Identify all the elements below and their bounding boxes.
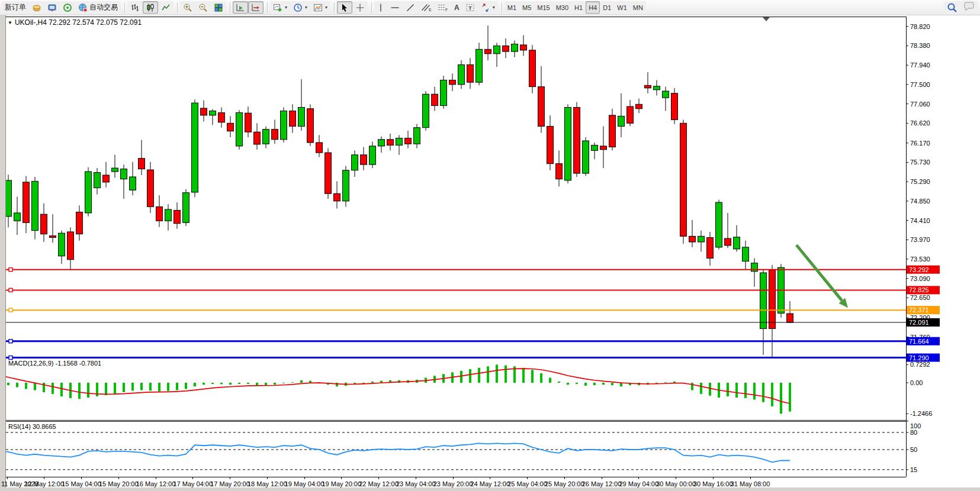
autotrading-button[interactable]: 自动交易	[75, 1, 121, 14]
cursor-icon	[340, 3, 349, 12]
main-toolbar: 新订单 自动交易	[0, 0, 980, 15]
timeframe-button-H4[interactable]: H4	[586, 1, 600, 14]
toolbar-separator	[502, 2, 503, 13]
svg-text:22 May 12:00: 22 May 12:00	[359, 480, 399, 487]
crosshair-tool-button[interactable]	[352, 1, 368, 14]
dropdown-caret-icon: ▾	[285, 5, 287, 10]
bar-chart-icon	[130, 3, 140, 12]
svg-text:19 May 04:00: 19 May 04:00	[285, 480, 324, 487]
chart-template-button[interactable]: ▾	[310, 1, 330, 14]
line-chart-button[interactable]	[158, 1, 173, 14]
timeframe-button-MN[interactable]: MN	[630, 1, 646, 14]
trendline-tool-button[interactable]	[403, 1, 418, 14]
svg-text:73.530: 73.530	[910, 256, 930, 263]
svg-text:0.00: 0.00	[910, 379, 923, 386]
fibonacci-tool-button[interactable]: F	[435, 1, 451, 14]
timeframe-button-M1[interactable]: M1	[505, 1, 519, 14]
zoom-in-button[interactable]	[180, 1, 195, 14]
timeframe-button-D1[interactable]: D1	[600, 1, 614, 14]
svg-text:76.170: 76.170	[910, 140, 930, 147]
candlestick-chart-button[interactable]	[143, 1, 158, 14]
dropdown-caret-icon: ▾	[305, 5, 307, 10]
svg-text:15 May 04:00: 15 May 04:00	[62, 480, 101, 487]
dropdown-caret-icon: ▾	[493, 5, 495, 10]
svg-text:74.850: 74.850	[910, 198, 930, 205]
tile-windows-icon	[214, 3, 223, 12]
signals-button[interactable]	[60, 1, 75, 14]
svg-text:77.500: 77.500	[910, 81, 930, 88]
svg-text:25 May 20:00: 25 May 20:00	[545, 480, 584, 487]
chart-canvas: 78.82078.38077.94077.50077.06076.62076.1…	[0, 0, 980, 491]
tile-windows-button[interactable]	[211, 1, 226, 14]
window-bottom-border	[0, 487, 980, 491]
timeframe-button-H1[interactable]: H1	[571, 1, 586, 14]
window-left-border	[0, 15, 5, 491]
text-tool-button[interactable]: A	[451, 1, 462, 14]
svg-text:72.825: 72.825	[909, 286, 929, 293]
svg-text:T: T	[468, 5, 472, 11]
toolbar-separator	[124, 2, 126, 13]
svg-text:16 May 12:00: 16 May 12:00	[136, 480, 176, 487]
svg-text:23 May 20:00: 23 May 20:00	[433, 480, 473, 487]
timeframe-button-M30[interactable]: M30	[553, 1, 571, 14]
gold-coins-button[interactable]	[29, 1, 44, 14]
zoom-out-button[interactable]	[195, 1, 211, 14]
svg-text:19 May 20:00: 19 May 20:00	[322, 480, 361, 487]
svg-text:24 May 12:00: 24 May 12:00	[470, 480, 510, 487]
svg-text:0.7292: 0.7292	[910, 361, 930, 368]
svg-text:30 May 16:00: 30 May 16:00	[693, 480, 733, 487]
auto-scroll-button[interactable]	[233, 1, 248, 14]
svg-text:E: E	[429, 8, 432, 12]
timeframe-button-M5[interactable]: M5	[519, 1, 534, 14]
svg-text:25 May 04:00: 25 May 04:00	[507, 480, 547, 487]
text-tool-label: A	[454, 4, 460, 12]
dropdown-caret-icon: ▾	[325, 5, 327, 10]
search-button[interactable]	[944, 1, 960, 14]
period-clock-icon	[293, 3, 303, 12]
svg-text:74.410: 74.410	[910, 217, 930, 224]
vertical-line-tool-button[interactable]	[374, 1, 387, 14]
timeframe-group: M1M5M15M30H1H4D1W1MN	[505, 1, 646, 14]
arrows-icon	[481, 3, 490, 12]
arrows-tool-button[interactable]: ▾	[478, 1, 498, 14]
timeframe-button-M15[interactable]: M15	[534, 1, 552, 14]
svg-text:78.820: 78.820	[910, 23, 930, 30]
svg-text:71.290: 71.290	[909, 354, 929, 361]
horizontal-line-tool-button[interactable]	[387, 1, 403, 14]
text-label-tool-button[interactable]: T	[462, 1, 478, 14]
notifications-button[interactable]	[960, 1, 978, 13]
zoom-in-icon	[183, 3, 192, 12]
equidistant-channel-icon: E	[421, 3, 432, 12]
svg-text:50: 50	[910, 446, 917, 453]
trendline-icon	[406, 3, 415, 12]
terminal-window-button[interactable]	[44, 1, 60, 14]
symbol-dropdown-caret-icon[interactable]: ▼	[8, 20, 12, 25]
cursor-tool-button[interactable]	[337, 1, 352, 14]
new-order-label: 新订单	[5, 2, 26, 12]
svg-text:72.371: 72.371	[909, 306, 929, 314]
autotrading-label: 自动交易	[89, 2, 118, 12]
svg-text:12 May 12:00: 12 May 12:00	[24, 480, 64, 487]
new-order-button[interactable]: 新订单	[2, 1, 29, 14]
crosshair-icon	[355, 3, 365, 12]
equidistant-channel-tool-button[interactable]: E	[418, 1, 435, 14]
svg-text:15: 15	[910, 466, 917, 473]
svg-text:75.290: 75.290	[910, 178, 930, 185]
line-chart-icon	[161, 3, 171, 12]
toolbar-separator	[177, 2, 178, 13]
svg-text:77.940: 77.940	[910, 62, 930, 69]
svg-text:73.970: 73.970	[910, 236, 930, 243]
bar-chart-button[interactable]	[127, 1, 143, 14]
timeframe-button-W1[interactable]: W1	[614, 1, 630, 14]
svg-text:80: 80	[910, 429, 917, 436]
svg-text:73.090: 73.090	[910, 275, 930, 282]
svg-text:17 May 20:00: 17 May 20:00	[210, 480, 250, 487]
add-indicator-button[interactable]: ▾	[270, 1, 290, 14]
svg-text:78.380: 78.380	[910, 42, 930, 49]
toolbar-separator	[230, 2, 231, 13]
svg-text:72.091: 72.091	[909, 319, 929, 326]
chart-shift-button[interactable]	[248, 1, 264, 14]
search-icon	[947, 2, 957, 13]
period-clock-button[interactable]: ▾	[290, 1, 310, 14]
svg-text:15 May 20:00: 15 May 20:00	[99, 480, 139, 487]
